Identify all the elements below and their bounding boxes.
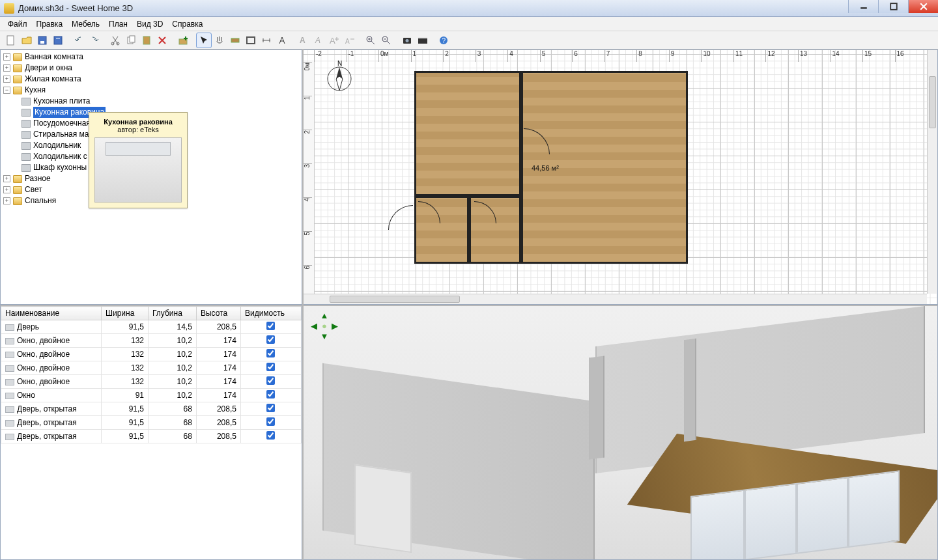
vertical-scrollbar[interactable]: [927, 50, 937, 294]
view3d-pane[interactable]: ▲ ◀ ● ▶ ▼: [304, 305, 938, 560]
text-bigger-icon[interactable]: A: [327, 33, 341, 48]
new-file-icon[interactable]: [4, 33, 18, 48]
visibility-checkbox[interactable]: [266, 322, 275, 330]
collapse-icon[interactable]: −: [3, 87, 10, 94]
arrow-down-icon[interactable]: ▼: [319, 331, 330, 341]
catalog-item-tooltip: Кухонная раковина автор: eTeks: [89, 112, 188, 208]
table-row[interactable]: Дверь, открытая91,568208,5: [1, 416, 302, 430]
text-italic-icon[interactable]: A: [311, 33, 326, 48]
menu-view3d[interactable]: Вид 3D: [133, 18, 167, 30]
zoom-in-icon[interactable]: [363, 33, 378, 48]
visibility-checkbox[interactable]: [266, 335, 275, 344]
room-tool-icon[interactable]: [244, 33, 258, 48]
undo-icon[interactable]: [72, 33, 86, 48]
text-smaller-icon[interactable]: A: [343, 33, 357, 48]
menu-edit[interactable]: Правка: [33, 18, 67, 30]
folder-icon: [13, 53, 22, 61]
horizontal-scrollbar[interactable]: [304, 294, 927, 304]
expand-icon[interactable]: +: [3, 64, 10, 72]
maximize-button[interactable]: [878, 0, 908, 13]
copy-icon[interactable]: [124, 33, 138, 48]
menu-plan[interactable]: План: [105, 18, 132, 30]
visibility-checkbox[interactable]: [266, 417, 275, 426]
navigation-pad[interactable]: ▲ ◀ ● ▶ ▼: [309, 310, 340, 341]
cell-height: 174: [196, 334, 240, 348]
select-tool-icon[interactable]: [197, 33, 211, 48]
catalog-category[interactable]: +Жилая комната: [3, 74, 299, 85]
visibility-checkbox[interactable]: [266, 404, 275, 412]
arrow-left-icon[interactable]: ◀: [309, 320, 319, 331]
scrollbar-thumb[interactable]: [929, 76, 936, 128]
dimension-tool-icon[interactable]: [259, 33, 274, 48]
table-header[interactable]: Наименование: [1, 307, 102, 320]
category-label: Кухня: [25, 85, 46, 96]
cell-height: 174: [196, 361, 240, 375]
help-icon[interactable]: ?: [436, 33, 451, 48]
cell-name: Окно, двойное: [17, 377, 70, 386]
close-button[interactable]: [908, 0, 938, 13]
expand-icon[interactable]: +: [3, 53, 10, 61]
table-row[interactable]: Дверь91,514,5208,5: [1, 320, 302, 334]
minimize-button[interactable]: [848, 0, 878, 13]
visibility-checkbox[interactable]: [266, 376, 275, 385]
table-row[interactable]: Окно, двойное13210,2174: [1, 375, 302, 389]
table-row[interactable]: Окно9110,2174: [1, 389, 302, 402]
view3d-scene[interactable]: [304, 306, 937, 559]
expand-icon[interactable]: +: [3, 197, 10, 204]
add-furniture-icon[interactable]: [176, 33, 190, 48]
expand-icon[interactable]: +: [3, 175, 10, 182]
video-icon[interactable]: [416, 33, 430, 48]
delete-icon[interactable]: [155, 33, 169, 48]
menu-help[interactable]: Справка: [168, 18, 206, 30]
furniture-icon: [21, 109, 31, 117]
expand-icon[interactable]: +: [3, 76, 10, 83]
table-header[interactable]: Ширина: [101, 307, 148, 320]
table-row[interactable]: Дверь, открытая91,568208,5: [1, 430, 302, 443]
pan-tool-icon[interactable]: [212, 33, 227, 48]
catalog-category[interactable]: +Двери и окна: [3, 63, 299, 74]
menu-furn[interactable]: Мебель: [68, 18, 104, 30]
visibility-checkbox[interactable]: [266, 390, 275, 399]
paste-icon[interactable]: [139, 33, 154, 48]
furniture-icon: [5, 434, 14, 440]
open-file-icon[interactable]: [20, 33, 34, 48]
arrow-right-icon[interactable]: ▶: [330, 320, 340, 331]
furniture-icon: [21, 98, 31, 105]
scrollbar-thumb[interactable]: [330, 296, 460, 303]
expand-icon[interactable]: +: [3, 186, 10, 193]
table-header[interactable]: Видимость: [240, 307, 301, 320]
visibility-checkbox[interactable]: [266, 431, 275, 440]
visibility-checkbox[interactable]: [266, 363, 275, 371]
text-bold-icon[interactable]: A: [296, 33, 310, 48]
text-tool-icon[interactable]: [275, 33, 289, 48]
furniture-list-pane[interactable]: НаименованиеШиринаГлубинаВысотаВидимость…: [0, 305, 302, 560]
catalog-category[interactable]: −Кухня: [3, 85, 299, 96]
table-row[interactable]: Окно, двойное13210,2174: [1, 348, 302, 361]
plan-room[interactable]: [414, 71, 521, 196]
cut-icon[interactable]: [108, 33, 122, 48]
visibility-checkbox[interactable]: [266, 349, 275, 357]
save-file-icon[interactable]: [35, 33, 50, 48]
photo-icon[interactable]: [400, 33, 414, 48]
table-row[interactable]: Окно, двойное13210,2174: [1, 334, 302, 348]
zoom-out-icon[interactable]: [379, 33, 393, 48]
cell-width: 91,5: [101, 402, 148, 416]
table-header[interactable]: Высота: [196, 307, 240, 320]
nav-center-icon[interactable]: ●: [319, 320, 330, 331]
furniture-catalog-pane[interactable]: +Ванная комната+Двери и окна+Жилая комна…: [0, 49, 302, 305]
furniture-icon: [21, 120, 31, 128]
catalog-item[interactable]: Кухонная плита: [3, 96, 299, 107]
compass-icon[interactable]: N: [322, 59, 357, 94]
plan-pane[interactable]: -2-10м12345678910111213141516 0м123456 N…: [304, 49, 938, 305]
table-header[interactable]: Глубина: [149, 307, 197, 320]
redo-icon[interactable]: [87, 33, 102, 48]
save-prefs-icon[interactable]: [51, 33, 65, 48]
catalog-category[interactable]: +Ванная комната: [3, 51, 299, 63]
table-row[interactable]: Дверь, открытая91,568208,5: [1, 402, 302, 416]
furniture-icon: [21, 142, 31, 150]
wall-tool-icon[interactable]: [228, 33, 242, 48]
cell-depth: 68: [149, 416, 197, 430]
table-row[interactable]: Окно, двойное13210,2174: [1, 361, 302, 375]
menu-file[interactable]: Файл: [4, 18, 31, 30]
arrow-up-icon[interactable]: ▲: [319, 310, 330, 320]
